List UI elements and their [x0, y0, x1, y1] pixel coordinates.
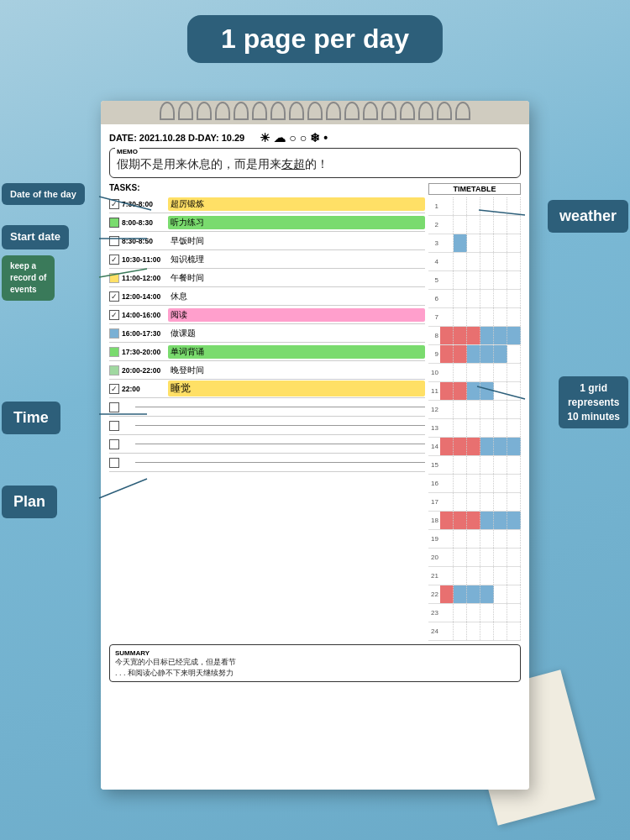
- timetable-cell: [440, 456, 454, 474]
- blank-line: [135, 407, 425, 407]
- timetable-cell: [467, 622, 480, 640]
- timetable-cell: [467, 549, 480, 566]
- memo-text: 假期不是用来休息的，而是用来友超的！: [117, 157, 513, 172]
- annotation-weather: weather: [548, 200, 628, 233]
- timetable-cell: [467, 585, 480, 603]
- task-checkbox[interactable]: [109, 199, 119, 209]
- timetable-cells: [440, 197, 521, 215]
- timetable-row: 21: [428, 567, 521, 585]
- title-banner: 1 page per day: [187, 15, 443, 63]
- timetable-cell: [467, 493, 480, 511]
- date-row: DATE: 2021.10.28 D-DAY: 10.29 ☀ ☁ ○ ○ ❄ …: [109, 131, 521, 144]
- timetable-cell: [507, 604, 521, 622]
- task-checkbox[interactable]: [109, 255, 119, 265]
- task-checkbox[interactable]: [109, 384, 119, 394]
- timetable-hour: 16: [428, 480, 440, 487]
- timetable-cell: [454, 327, 467, 344]
- timetable-cell: [440, 475, 454, 492]
- timetable-cell: [494, 456, 507, 474]
- task-name: 单词背诵: [168, 345, 425, 359]
- task-checkbox[interactable]: [109, 421, 119, 431]
- timetable-row: 13: [428, 419, 521, 438]
- timetable-cell: [507, 401, 521, 418]
- task-checkbox[interactable]: [109, 236, 119, 246]
- task-row: 8:00-8:30 听力练习: [109, 213, 425, 232]
- timetable-cell: [480, 308, 494, 326]
- task-time: 10:30-11:00: [122, 255, 165, 264]
- timetable-cell: [480, 216, 494, 234]
- timetable-cells: [440, 382, 521, 400]
- timetable-cell: [440, 549, 454, 566]
- timetable-cell: [507, 216, 521, 234]
- timetable-row: 14: [428, 438, 521, 456]
- task-row: 16:00-17:30 做课题: [109, 324, 425, 343]
- task-time: 12:00-14:00: [122, 292, 165, 301]
- timetable-cell: [480, 345, 494, 363]
- task-checkbox[interactable]: [109, 458, 119, 468]
- task-color-box: [109, 347, 119, 357]
- timetable-row: 7: [428, 308, 521, 327]
- timetable-cell: [480, 197, 494, 215]
- timetable-hour: 1: [428, 202, 440, 210]
- task-checkbox[interactable]: [109, 291, 119, 302]
- timetable-hour: 21: [428, 572, 440, 580]
- timetable-cell: [440, 382, 454, 400]
- timetable-hour: 4: [428, 258, 440, 265]
- timetable-cell: [440, 345, 454, 363]
- spiral-ring: [215, 102, 230, 120]
- timetable-cells: [440, 493, 521, 511]
- timetable-cell: [467, 567, 480, 585]
- task-checkbox[interactable]: [109, 402, 119, 412]
- timetable-cell: [507, 438, 521, 455]
- timetable-cell: [440, 308, 454, 326]
- task-time: 16:00-17:30: [122, 329, 165, 338]
- timetable-cell: [507, 530, 521, 548]
- timetable-cell: [440, 419, 454, 437]
- timetable-cell: [480, 438, 494, 455]
- notebook: DATE: 2021.10.28 D-DAY: 10.29 ☀ ☁ ○ ○ ❄ …: [101, 101, 529, 790]
- timetable-row: 2: [428, 216, 521, 234]
- timetable-cells: [440, 308, 521, 326]
- task-checkbox[interactable]: [109, 310, 119, 320]
- notebook-content: DATE: 2021.10.28 D-DAY: 10.29 ☀ ☁ ○ ○ ❄ …: [101, 124, 529, 790]
- timetable-cell: [467, 456, 480, 474]
- timetable-cell: [454, 549, 467, 566]
- timetable-cell: [494, 234, 507, 252]
- timetable-cell: [480, 419, 494, 437]
- timetable-cells: [440, 345, 521, 363]
- blank-line: [135, 425, 425, 426]
- timetable-hour: 17: [428, 498, 440, 506]
- task-time: 17:30-20:00: [122, 348, 165, 356]
- timetable-cell: [454, 197, 467, 215]
- timetable-cells: [440, 234, 521, 252]
- timetable-cell: [507, 271, 521, 289]
- spiral-ring: [344, 102, 360, 120]
- task-checkbox[interactable]: [109, 439, 119, 449]
- timetable-cell: [467, 308, 480, 326]
- task-checkbox[interactable]: [109, 218, 119, 228]
- timetable-cell: [507, 382, 521, 400]
- timetable-hour: 7: [428, 313, 440, 321]
- timetable-cell: [507, 585, 521, 603]
- task-time: 7:30-8:00: [122, 200, 165, 208]
- task-name: 听力练习: [168, 216, 425, 229]
- timetable-cells: [440, 401, 521, 418]
- timetable-hour: 9: [428, 350, 440, 358]
- timetable-row: 12: [428, 401, 521, 419]
- timetable-cell: [480, 512, 494, 529]
- timetable-row: 15: [428, 456, 521, 475]
- timetable-hour: 13: [428, 424, 440, 432]
- timetable-cell: [467, 216, 480, 234]
- weather-icons: ☀ ☁ ○ ○ ❄ •: [260, 131, 328, 144]
- timetable-hour: 14: [428, 443, 440, 450]
- task-time: 8:00-8:30: [122, 218, 165, 227]
- timetable-row: 18: [428, 512, 521, 530]
- timetable-cell: [480, 604, 494, 622]
- task-row: 22:00 睡觉: [109, 380, 425, 398]
- timetable-cell: [480, 253, 494, 270]
- timetable-cell: [494, 530, 507, 548]
- timetable-row: 4: [428, 253, 521, 271]
- timetable-cell: [467, 530, 480, 548]
- timetable-cell: [494, 290, 507, 307]
- timetable-cell: [454, 456, 467, 474]
